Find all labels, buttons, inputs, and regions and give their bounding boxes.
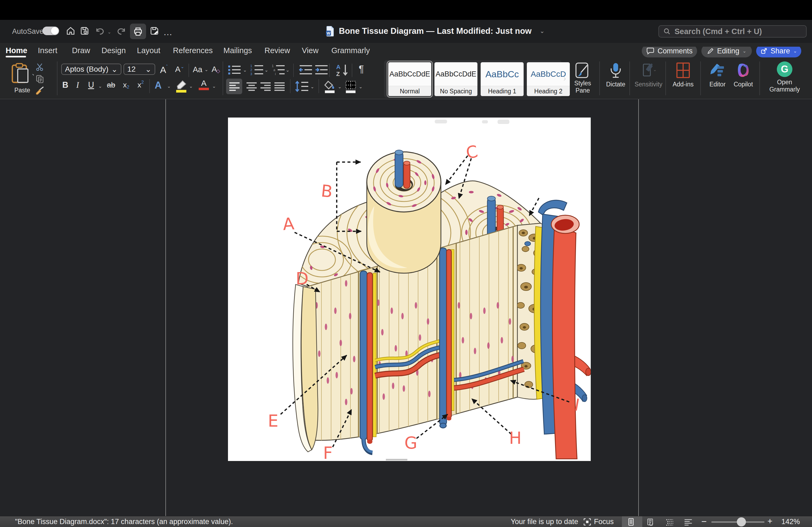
align-center-button[interactable] [246,82,257,92]
numbered-list-chevron-icon[interactable]: ⌄ [264,67,268,73]
superscript-button[interactable]: x2 [137,81,144,89]
print-button[interactable] [130,24,146,39]
highlight-color-button[interactable] [175,80,187,94]
numbered-list-button[interactable]: 123 [250,64,264,77]
justify-button[interactable] [274,82,285,92]
ribbon-divider [759,61,760,95]
clear-formatting-button[interactable]: A◇ [212,65,221,74]
redo-icon[interactable] [116,26,127,36]
tab-design[interactable]: Design [102,46,126,55]
copy-icon[interactable] [35,74,45,84]
sort-button[interactable]: AZ [335,63,350,78]
tab-draw[interactable]: Draw [72,46,90,55]
strikethrough-button[interactable]: ab [107,81,115,89]
word-app-window: AutoSave ⌄ … W Bon [0,0,812,527]
font-color-chevron-icon[interactable]: ⌄ [212,84,216,89]
styles-pane-button[interactable]: Styles Pane [569,62,596,94]
tab-grammarly[interactable]: Grammarly [331,46,370,55]
align-right-button[interactable] [260,82,271,92]
draft-view-button[interactable] [684,519,692,526]
bullet-list-chevron-icon[interactable]: ⌄ [243,67,247,73]
add-ins-button[interactable]: Add-ins [669,62,697,88]
tab-home[interactable]: Home [6,46,27,55]
shading-button[interactable] [323,80,337,95]
bone-diagram-image[interactable]: ABCDEFGHI [228,118,591,461]
increase-indent-button[interactable] [314,64,329,76]
format-painter-icon[interactable] [35,86,45,96]
svg-text:1: 1 [272,64,274,68]
shading-chevron-icon[interactable]: ⌄ [338,84,342,90]
undo-dropdown-chevron[interactable]: ⌄ [107,29,111,35]
document-area[interactable]: ABCDEFGHI [0,99,812,516]
home-icon[interactable] [66,26,76,36]
borders-chevron-icon[interactable]: ⌄ [359,84,362,90]
save-as-icon[interactable] [149,26,160,36]
bold-button[interactable]: B [62,80,68,90]
search-placeholder: Search (Cmd + Ctrl + U) [675,27,762,36]
italic-button[interactable]: I [76,80,79,90]
bullet-list-button[interactable] [228,64,242,76]
zoom-in-button[interactable]: + [767,516,772,526]
sensitivity-button[interactable]: ⌄ Sensitivity [634,62,663,88]
word-count-status[interactable]: "Bone Tissue Diagram.docx": 17 character… [15,517,233,526]
document-title[interactable]: Bone Tissue Diagram — Last Modified: Jus… [339,26,532,36]
tab-view[interactable]: View [302,46,318,55]
shrink-font-button[interactable]: A⌄ [175,65,184,74]
svg-text:i: i [275,72,276,76]
copilot-button[interactable]: Copilot [730,62,757,88]
font-name-select[interactable]: Aptos (Body)⌄ [61,64,121,75]
underline-chevron-icon[interactable]: ⌄ [98,84,102,89]
subscript-button[interactable]: x2 [123,81,129,89]
autosave-toggle[interactable] [42,27,59,35]
paste-button[interactable]: ⌄ [11,62,34,85]
zoom-out-button[interactable]: − [701,516,707,527]
ribbon-divider [352,64,352,77]
highlight-chevron-icon[interactable]: ⌄ [189,84,193,89]
title-chevron-icon[interactable]: ⌄ [540,28,545,35]
multilevel-list-chevron-icon[interactable]: ⌄ [286,67,289,73]
font-size-select[interactable]: 12⌄ [124,64,155,75]
ribbon-divider [665,61,666,95]
text-effects-chevron-icon[interactable]: ⌄ [167,84,171,89]
print-layout-view-button[interactable] [627,518,635,526]
save-icon[interactable] [79,26,90,36]
cut-icon[interactable] [35,62,45,72]
focus-toggle[interactable]: Focus [583,517,614,526]
tab-mailings[interactable]: Mailings [223,46,252,55]
more-commands-icon[interactable]: … [163,27,173,37]
tab-layout[interactable]: Layout [137,46,160,55]
align-left-button[interactable] [229,82,240,92]
underline-button[interactable]: U [88,80,94,90]
decrease-indent-button[interactable] [299,64,313,76]
outline-view-button[interactable] [666,519,674,526]
text-effects-button[interactable]: A [155,80,162,91]
font-color-button[interactable]: A [199,79,209,90]
tab-review[interactable]: Review [264,46,290,55]
tab-insert[interactable]: Insert [38,46,57,55]
line-spacing-button[interactable] [295,81,309,93]
borders-button[interactable] [344,80,358,95]
undo-icon[interactable] [95,26,105,36]
zoom-percentage[interactable]: 142% [781,517,800,526]
artery-large [552,225,577,459]
styles-gallery-expand-icon[interactable]: › [563,74,566,83]
editor-button[interactable]: Editor [705,62,730,88]
dictate-button[interactable]: Dictate [604,62,628,88]
font-color-swatch [199,88,209,90]
style-normal[interactable]: AaBbCcDdE Normal [388,62,431,96]
zoom-slider-thumb[interactable] [737,517,746,526]
open-grammarly-button[interactable]: G Open Grammarly [763,61,806,93]
diagram-label-B: B [320,181,334,201]
central-canal-vessels-center [439,248,454,428]
tab-references[interactable]: References [173,46,213,55]
search-input[interactable]: Search (Cmd + Ctrl + U) [658,25,807,37]
line-spacing-chevron-icon[interactable]: ⌄ [310,84,314,90]
style-heading-1[interactable]: AaBbCc Heading 1 [481,62,524,96]
style-no-spacing[interactable]: AaBbCcDdE No Spacing [434,62,477,96]
web-layout-view-button[interactable] [647,518,654,526]
svg-text:W: W [327,31,331,35]
multilevel-list-button[interactable]: 1ai [271,64,285,77]
grow-font-button[interactable]: Aˆ [160,65,168,75]
change-case-button[interactable]: Aa ⌄ [193,65,208,74]
show-paragraph-marks-button[interactable]: ¶ [359,64,364,75]
